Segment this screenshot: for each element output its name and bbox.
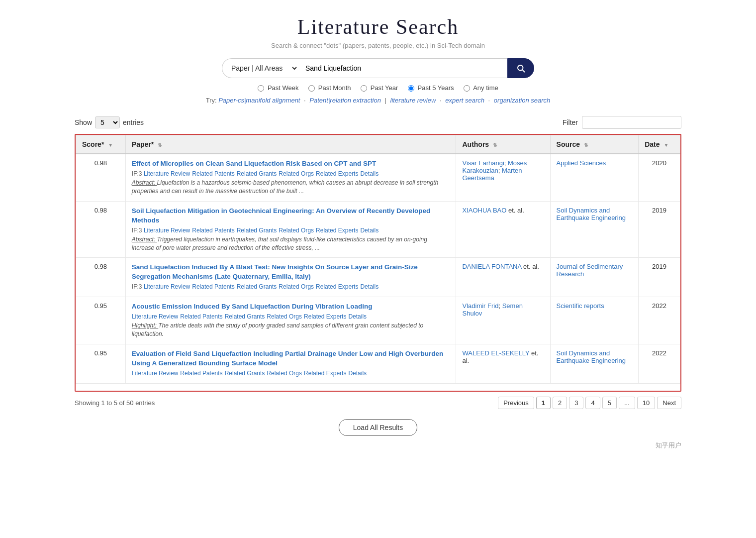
search-button[interactable] <box>507 58 534 78</box>
pagination-page-2[interactable]: 2 <box>553 397 567 409</box>
meta-link-details[interactable]: Details <box>348 313 367 320</box>
pagination-page-10[interactable]: 10 <box>637 397 655 409</box>
authors-cell: Visar Farhangi; Moses Karakouzian; Marte… <box>456 154 550 201</box>
col-date[interactable]: Date ▼ <box>639 135 680 154</box>
watermark: 知乎用户 <box>75 441 681 450</box>
meta-link-related-experts[interactable]: Related Experts <box>304 370 346 377</box>
paper-cell: Effect of Micropiles on Clean Sand Lique… <box>125 154 456 201</box>
paper-abstract: Abstract: Liquefaction is a hazardous se… <box>132 179 450 196</box>
col-paper[interactable]: Paper* ⇅ <box>125 135 456 154</box>
meta-link-related-orgs[interactable]: Related Orgs <box>267 313 302 320</box>
author-link[interactable]: Vladimir Frid <box>462 302 498 310</box>
entries-select[interactable]: 5 10 25 50 <box>95 116 120 128</box>
pagination-ellipsis: ... <box>619 397 635 409</box>
meta-link-related-experts[interactable]: Related Experts <box>316 227 358 234</box>
show-label: Show <box>75 118 92 126</box>
meta-link-related-experts[interactable]: Related Experts <box>316 283 358 290</box>
filter-label: Filter <box>563 118 578 126</box>
date-cell: 2019 <box>639 201 680 258</box>
show-entries-control: Show 5 10 25 50 entries <box>75 116 144 128</box>
pagination-page-4[interactable]: 4 <box>585 397 600 409</box>
try-label: Try: <box>206 97 219 104</box>
search-input[interactable] <box>298 58 507 78</box>
meta-link-literature-review[interactable]: Literature Review <box>132 313 178 320</box>
author-link[interactable]: Visar Farhangi <box>462 159 504 167</box>
try-link-paper-cs[interactable]: Paper-cs|manifold alignment <box>218 97 300 104</box>
pagination-next[interactable]: Next <box>657 397 681 409</box>
meta-link-details[interactable]: Details <box>360 227 378 234</box>
meta-link-related-experts[interactable]: Related Experts <box>316 170 358 177</box>
date-cell: 2019 <box>639 258 680 297</box>
filter-past-month[interactable]: Past Month <box>308 84 353 92</box>
meta-link-literature-review[interactable]: Literature Review <box>144 283 190 290</box>
col-source[interactable]: Source ⇅ <box>550 135 639 154</box>
load-all-button[interactable]: Load All Results <box>339 419 417 436</box>
meta-link-related-patents[interactable]: Related Patents <box>180 370 222 377</box>
pagination-row: Showing 1 to 5 of 50 entries Previous 1 … <box>75 397 681 409</box>
impact-factor: IF:3 <box>132 170 144 177</box>
meta-link-details[interactable]: Details <box>360 170 378 177</box>
svg-line-1 <box>522 70 524 72</box>
meta-link-related-patents[interactable]: Related Patents <box>180 313 222 320</box>
meta-link-details[interactable]: Details <box>348 370 367 377</box>
impact-factor: IF:3 <box>132 283 144 290</box>
score-cell: 0.95 <box>76 344 126 383</box>
score-cell: 0.98 <box>76 154 126 201</box>
col-authors[interactable]: Authors ⇅ <box>456 135 550 154</box>
meta-link-details[interactable]: Details <box>360 283 378 290</box>
meta-link-literature-review[interactable]: Literature Review <box>144 227 190 234</box>
filter-past-week[interactable]: Past Week <box>258 84 300 92</box>
meta-link-related-experts[interactable]: Related Experts <box>304 313 346 320</box>
meta-link-related-patents[interactable]: Related Patents <box>192 170 234 177</box>
showing-text: Showing 1 to 5 of 50 entries <box>75 399 155 407</box>
meta-link-related-patents[interactable]: Related Patents <box>192 227 234 234</box>
author-link[interactable]: DANIELA FONTANA <box>462 263 521 270</box>
pagination-previous[interactable]: Previous <box>498 397 534 409</box>
time-filter-group: Past Week Past Month Past Year Past 5 Ye… <box>75 84 681 92</box>
meta-link-related-grants[interactable]: Related Grants <box>237 283 277 290</box>
filter-past-year[interactable]: Past Year <box>361 84 400 92</box>
pagination-page-5[interactable]: 5 <box>602 397 617 409</box>
paper-abstract: Highlight: The article deals with the st… <box>132 322 450 339</box>
source-cell: Applied Sciences <box>550 154 639 201</box>
search-type-dropdown[interactable]: Paper | All Areas Paper | CS Paper | Bio… <box>222 58 298 78</box>
paper-title-link[interactable]: Effect of Micropiles on Clean Sand Lique… <box>132 159 450 169</box>
meta-link-related-orgs[interactable]: Related Orgs <box>279 283 314 290</box>
meta-link-related-grants[interactable]: Related Grants <box>225 313 265 320</box>
filter-any-time[interactable]: Any time <box>464 84 498 92</box>
col-score[interactable]: Score* ▼ <box>76 135 126 154</box>
author-link[interactable]: WALEED EL-SEKELLY <box>462 349 529 357</box>
filter-input[interactable] <box>582 116 681 129</box>
paper-title-link[interactable]: Soil Liquefaction Mitigation in Geotechn… <box>132 207 450 225</box>
source-cell: Scientific reports <box>550 297 639 344</box>
meta-link-related-orgs[interactable]: Related Orgs <box>267 370 302 377</box>
meta-link-related-grants[interactable]: Related Grants <box>237 227 277 234</box>
authors-cell: Vladimir Frid; Semen Shulov <box>456 297 550 344</box>
paper-meta: Literature ReviewRelated PatentsRelated … <box>132 313 450 320</box>
paper-title-link[interactable]: Sand Liquefaction Induced By A Blast Tes… <box>132 263 450 282</box>
try-link-expert-search[interactable]: expert search <box>445 97 484 104</box>
date-cell: 2022 <box>639 344 680 383</box>
paper-title-link[interactable]: Acoustic Emission Induced By Sand Liquef… <box>132 302 450 312</box>
try-link-literature-review[interactable]: literature review <box>390 97 436 104</box>
filter-past-5-years[interactable]: Past 5 Years <box>408 84 456 92</box>
paper-title-link[interactable]: Evaluation of Field Sand Liquefaction In… <box>132 349 450 368</box>
meta-link-literature-review[interactable]: Literature Review <box>144 170 190 177</box>
meta-link-related-grants[interactable]: Related Grants <box>237 170 277 177</box>
page-subtitle: Search & connect "dots" (papers, patents… <box>75 42 681 49</box>
meta-link-related-orgs[interactable]: Related Orgs <box>279 227 314 234</box>
paper-cell: Acoustic Emission Induced By Sand Liquef… <box>125 297 456 344</box>
pagination-page-3[interactable]: 3 <box>569 397 583 409</box>
meta-link-literature-review[interactable]: Literature Review <box>132 370 178 377</box>
author-link[interactable]: XIAOHUA BAO <box>462 207 506 214</box>
pagination-page-1[interactable]: 1 <box>536 397 551 409</box>
paper-abstract: Abstract: Triggered liquefaction in eart… <box>132 235 450 253</box>
try-link-patent[interactable]: Patent|relation extraction <box>309 97 381 104</box>
table-row: 0.98Soil Liquefaction Mitigation in Geot… <box>76 201 680 258</box>
meta-link-related-patents[interactable]: Related Patents <box>192 283 234 290</box>
abstract-label: Abstract: <box>132 179 157 186</box>
meta-link-related-orgs[interactable]: Related Orgs <box>279 170 314 177</box>
try-link-org-search[interactable]: organization search <box>494 97 550 104</box>
search-bar: Paper | All Areas Paper | CS Paper | Bio… <box>75 58 681 78</box>
meta-link-related-grants[interactable]: Related Grants <box>225 370 265 377</box>
